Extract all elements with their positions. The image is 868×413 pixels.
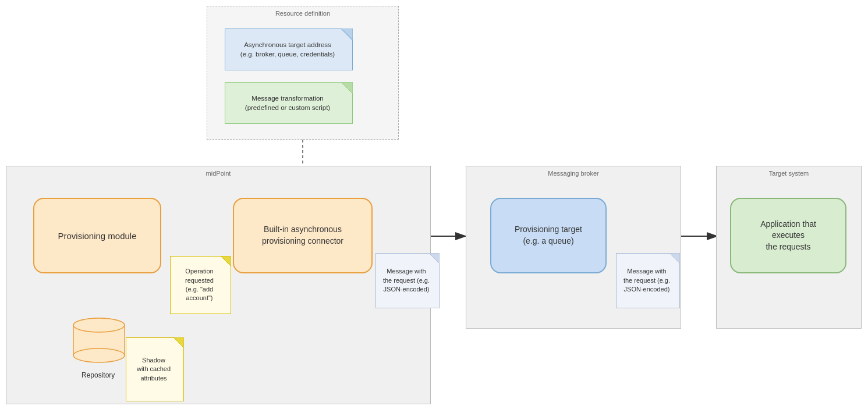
svg-point-12 [73,348,125,362]
doc-corner-icon [341,29,353,40]
midpoint-label: midPoint [206,170,231,177]
resource-def-region: Resource definition Asynchronous target … [207,6,399,140]
message-request-doc-1: Message with the request (e.g. JSON-enco… [375,253,440,308]
svg-marker-15 [221,256,231,266]
repository-label: Repository [82,371,115,379]
application-node: Application that executes the requests [730,198,846,273]
repository-cylinder [73,317,125,364]
op-req-doc-corner-icon [221,256,231,266]
broker-label: Messaging broker [548,170,598,177]
message-request-doc-2: Message with the request (e.g. JSON-enco… [616,253,680,308]
diagram: Resource definition Asynchronous target … [0,0,868,413]
provisioning-target-node: Provisioning target (e.g. a queue) [490,198,607,273]
doc-corner-icon2 [341,82,353,94]
shadow-doc-corner-icon [173,337,184,348]
svg-marker-6 [341,29,353,40]
msg-req2-doc-corner-icon [669,253,680,264]
svg-marker-7 [341,82,353,94]
target-label: Target system [769,170,809,177]
svg-marker-14 [173,337,184,348]
async-target-doc: Asynchronous target address (e.g. broker… [225,29,353,70]
resource-def-label: Resource definition [275,10,330,17]
message-transform-doc: Message transformation (predefined or cu… [225,82,353,124]
svg-marker-16 [429,253,440,264]
shadow-cached-doc: Shadow with cached attributes [126,337,184,401]
async-connector-node: Built-in asynchronous provisioning conne… [233,198,373,273]
operation-requested-doc: Operation requested (e.g. "add account") [170,256,231,314]
svg-marker-17 [669,253,680,264]
provisioning-module-node: Provisioning module [33,198,161,273]
msg-req1-doc-corner-icon [429,253,440,264]
svg-point-13 [73,318,125,332]
